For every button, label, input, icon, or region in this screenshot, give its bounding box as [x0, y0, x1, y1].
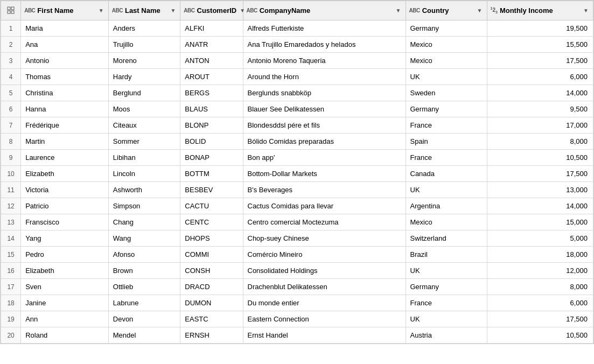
cell-last-name: Devon — [108, 311, 180, 327]
cell-first-name: Yang — [21, 230, 109, 247]
row-index: 15 — [1, 247, 21, 263]
filter-btn-firstName[interactable]: ▼ — [97, 7, 105, 14]
col-header-company[interactable]: ABC CompanyName ▼ — [243, 1, 406, 20]
row-index: 20 — [1, 327, 21, 344]
row-index: 9 — [1, 150, 21, 166]
cell-first-name: Elizabeth — [21, 263, 109, 279]
cell-customer-id: DUMON — [180, 295, 243, 311]
svg-rect-0 — [8, 7, 10, 10]
table-row: 1MariaAndersALFKIAlfreds FutterkisteGerm… — [1, 20, 593, 37]
col-header-lastName[interactable]: ABC Last Name ▼ — [108, 1, 180, 20]
cell-monthly-income: 13,000 — [487, 182, 593, 198]
table-row: 10ElizabethLincolnBOTTMBottom-Dollar Mar… — [1, 166, 593, 182]
cell-monthly-income: 15,000 — [487, 214, 593, 230]
cell-first-name: Hanna — [21, 101, 109, 117]
cell-first-name: Roland — [21, 327, 109, 344]
cell-country: Austria — [406, 327, 487, 344]
table-row: 13FransciscoChangCENTCCentro comercial M… — [1, 214, 593, 230]
col-header-idx — [1, 1, 21, 20]
row-index: 18 — [1, 295, 21, 311]
row-index: 4 — [1, 69, 21, 85]
cell-first-name: Thomas — [21, 69, 109, 85]
table-row: 17SvenOttliebDRACDDrachenblut Delikatess… — [1, 279, 593, 295]
cell-customer-id: DRACD — [180, 279, 243, 295]
cell-last-name: Ottlieb — [108, 279, 180, 295]
cell-monthly-income: 17,500 — [487, 311, 593, 327]
cell-company-name: Antonio Moreno Taqueria — [243, 53, 406, 69]
row-index: 17 — [1, 279, 21, 295]
cell-last-name: Lincoln — [108, 166, 180, 182]
cell-customer-id: CACTU — [180, 198, 243, 214]
table-row: 20RolandMendelERNSHErnst HandelAustria10… — [1, 327, 593, 344]
cell-country: Canada — [406, 166, 487, 182]
cell-company-name: Bólido Comidas preparadas — [243, 134, 406, 150]
cell-country: Germany — [406, 279, 487, 295]
cell-last-name: Wang — [108, 230, 180, 247]
cell-country: Argentina — [406, 198, 487, 214]
cell-last-name: Citeaux — [108, 117, 180, 134]
filter-btn-customerID[interactable]: ▼ — [239, 7, 246, 14]
col-header-income[interactable]: 123 Monthly Income ▼ — [487, 1, 593, 20]
table-row: 12PatricioSimpsonCACTUCactus Comidas par… — [1, 198, 593, 214]
table-row: 11VictoriaAshworthBESBEVB's BeveragesUK1… — [1, 182, 593, 198]
cell-last-name: Simpson — [108, 198, 180, 214]
cell-customer-id: ANATR — [180, 37, 243, 53]
data-table: ABC First Name ▼ ABC Last Name ▼ ABC Cus… — [0, 0, 594, 344]
cell-monthly-income: 9,500 — [487, 101, 593, 117]
grid-icon — [6, 6, 15, 15]
cell-company-name: Eastern Connection — [243, 311, 406, 327]
row-index: 16 — [1, 263, 21, 279]
cell-last-name: Chang — [108, 214, 180, 230]
cell-customer-id: CENTC — [180, 214, 243, 230]
cell-customer-id: COMMI — [180, 247, 243, 263]
cell-company-name: Bon app' — [243, 150, 406, 166]
col-header-customerID[interactable]: ABC CustomerID ▼ — [180, 1, 243, 20]
cell-last-name: Moos — [108, 101, 180, 117]
cell-customer-id: ANTON — [180, 53, 243, 69]
type-abc-icon: ABC — [24, 8, 35, 13]
col-label-lastName: Last Name — [125, 6, 167, 15]
filter-btn-company[interactable]: ▼ — [395, 7, 402, 14]
col-header-country[interactable]: ABC Country ▼ — [406, 1, 487, 20]
cell-monthly-income: 12,000 — [487, 263, 593, 279]
table-row: 9LaurenceLibihanBONAPBon app'France10,50… — [1, 150, 593, 166]
cell-first-name: Franscisco — [21, 214, 109, 230]
cell-monthly-income: 5,000 — [487, 230, 593, 247]
cell-country: Mexico — [406, 214, 487, 230]
cell-monthly-income: 17,500 — [487, 53, 593, 69]
cell-monthly-income: 10,500 — [487, 327, 593, 344]
cell-monthly-income: 10,500 — [487, 150, 593, 166]
cell-company-name: Berglunds snabbköp — [243, 85, 406, 101]
cell-country: UK — [406, 311, 487, 327]
cell-company-name: Ana Trujillo Emaredados y helados — [243, 37, 406, 53]
col-header-firstName[interactable]: ABC First Name ▼ — [21, 1, 109, 20]
cell-country: Brazil — [406, 247, 487, 263]
type-abc-icon: ABC — [184, 8, 194, 13]
row-index: 2 — [1, 37, 21, 53]
cell-last-name: Anders — [108, 20, 180, 37]
svg-rect-2 — [8, 11, 10, 13]
cell-first-name: Antonio — [21, 53, 109, 69]
cell-country: Germany — [406, 101, 487, 117]
cell-monthly-income: 6,000 — [487, 69, 593, 85]
cell-customer-id: BOLID — [180, 134, 243, 150]
cell-company-name: Around the Horn — [243, 69, 406, 85]
cell-customer-id: BESBEV — [180, 182, 243, 198]
cell-last-name: Libihan — [108, 150, 180, 166]
cell-country: Mexico — [406, 37, 487, 53]
cell-first-name: Sven — [21, 279, 109, 295]
filter-btn-income[interactable]: ▼ — [582, 7, 590, 14]
filter-btn-country[interactable]: ▼ — [476, 7, 484, 14]
filter-btn-lastName[interactable]: ▼ — [169, 7, 177, 14]
cell-monthly-income: 19,500 — [487, 20, 593, 37]
cell-monthly-income: 18,000 — [487, 247, 593, 263]
cell-country: Spain — [406, 134, 487, 150]
col-label-country: Country — [422, 6, 474, 15]
cell-last-name: Moreno — [108, 53, 180, 69]
cell-monthly-income: 14,000 — [487, 85, 593, 101]
row-index: 3 — [1, 53, 21, 69]
cell-first-name: Frédérique — [21, 117, 109, 134]
svg-rect-1 — [11, 7, 14, 10]
col-label-company: CompanyName — [260, 6, 393, 15]
cell-first-name: Janine — [21, 295, 109, 311]
